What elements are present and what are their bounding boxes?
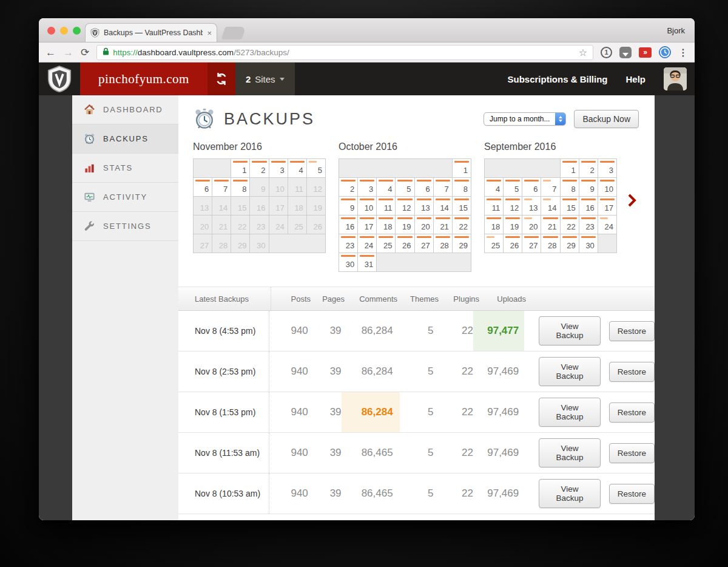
calendar-day-cell[interactable]: 26: [396, 234, 414, 253]
bookmark-star-icon[interactable]: ☆: [579, 47, 587, 58]
calendar-day-cell[interactable]: 24: [598, 216, 616, 234]
address-field[interactable]: https://dashboard.vaultpress.com/5273/ba…: [96, 45, 593, 60]
calendar-day-cell[interactable]: 8: [561, 178, 579, 196]
calendar-day-cell[interactable]: 2: [579, 159, 598, 177]
zoom-window-button[interactable]: [73, 27, 81, 35]
calendar-day-cell[interactable]: 31: [358, 253, 376, 271]
calendar-day-cell[interactable]: 8: [453, 178, 471, 196]
calendar-day-cell[interactable]: 6: [522, 178, 541, 196]
calendar-day-cell[interactable]: 29: [453, 234, 471, 253]
sidebar-item-dashboard[interactable]: DASHBOARD: [72, 95, 178, 124]
calendar-day-cell[interactable]: 17: [358, 216, 376, 234]
calendar-day-cell[interactable]: 5: [307, 159, 325, 177]
calendar-day-cell[interactable]: 19: [504, 216, 522, 234]
sidebar-item-backups[interactable]: BACKUPS: [72, 124, 178, 154]
calendar-day-cell[interactable]: 13: [522, 197, 541, 215]
calendar-day-cell[interactable]: 25: [485, 234, 503, 253]
calendar-day-cell[interactable]: 11: [485, 197, 503, 215]
calendar-day-cell[interactable]: 7: [541, 178, 559, 196]
browser-tab[interactable]: Backups — VaultPress Dashbo ×: [85, 23, 217, 42]
calendar-day-cell[interactable]: 1: [561, 159, 579, 177]
calendar-day-cell[interactable]: 1: [231, 159, 249, 177]
new-tab-button[interactable]: [221, 27, 246, 39]
calendar-day-cell[interactable]: 25: [377, 234, 395, 253]
minimize-window-button[interactable]: [60, 27, 68, 35]
extension-1password-icon[interactable]: 1: [601, 47, 612, 58]
calendar-day-cell[interactable]: 24: [358, 234, 376, 253]
backup-now-button[interactable]: Backup Now: [574, 110, 639, 128]
close-window-button[interactable]: [47, 27, 55, 35]
calendar-day-cell[interactable]: 5: [396, 178, 414, 196]
calendar-day-cell[interactable]: 28: [434, 234, 452, 253]
restore-button[interactable]: Restore: [609, 362, 655, 382]
calendar-day-cell[interactable]: 21: [434, 216, 452, 234]
vaultpress-logo-icon[interactable]: [39, 63, 80, 95]
calendar-day-cell[interactable]: 18: [377, 216, 395, 234]
calendar-day-cell[interactable]: 15: [453, 197, 471, 215]
view-backup-button[interactable]: View Backup: [539, 438, 601, 467]
calendar-day-cell[interactable]: 12: [396, 197, 414, 215]
calendar-day-cell[interactable]: 16: [339, 216, 357, 234]
restore-button[interactable]: Restore: [609, 402, 655, 423]
back-icon[interactable]: ←: [46, 47, 56, 58]
calendar-day-cell[interactable]: 10: [598, 178, 616, 196]
sidebar-item-stats[interactable]: STATS: [72, 154, 178, 183]
calendar-day-cell[interactable]: 20: [522, 216, 541, 234]
calendar-day-cell[interactable]: 3: [358, 178, 376, 196]
calendar-day-cell[interactable]: 28: [541, 234, 559, 253]
calendar-day-cell[interactable]: 6: [194, 178, 212, 196]
calendar-day-cell[interactable]: 2: [339, 178, 357, 196]
calendar-day-cell[interactable]: 16: [579, 197, 598, 215]
calendar-day-cell[interactable]: 22: [453, 216, 471, 234]
calendar-day-cell[interactable]: 15: [561, 197, 579, 215]
tab-close-icon[interactable]: ×: [207, 29, 212, 38]
calendar-day-cell[interactable]: 3: [269, 159, 288, 177]
calendar-day-cell[interactable]: 23: [579, 216, 598, 234]
refresh-site-icon[interactable]: [207, 63, 235, 95]
calendar-day-cell[interactable]: 18: [485, 216, 503, 234]
calendar-day-cell[interactable]: 27: [415, 234, 433, 253]
calendar-day-cell[interactable]: 20: [415, 216, 433, 234]
calendar-day-cell[interactable]: 17: [598, 197, 616, 215]
calendar-day-cell[interactable]: 7: [434, 178, 452, 196]
extension-fastforward-icon[interactable]: »: [639, 47, 652, 58]
calendar-day-cell[interactable]: 1: [453, 159, 471, 177]
calendar-day-cell[interactable]: 10: [358, 197, 376, 215]
view-backup-button[interactable]: View Backup: [539, 479, 601, 508]
sidebar-item-settings[interactable]: SETTINGS: [72, 212, 178, 241]
calendar-day-cell[interactable]: 12: [504, 197, 522, 215]
calendar-day-cell[interactable]: 26: [504, 234, 522, 253]
view-backup-button[interactable]: View Backup: [539, 398, 601, 427]
calendar-day-cell[interactable]: 4: [377, 178, 395, 196]
calendar-day-cell[interactable]: 13: [415, 197, 433, 215]
next-months-arrow-icon[interactable]: [627, 194, 636, 209]
extension-pocket-icon[interactable]: [619, 47, 632, 58]
jump-to-month-select[interactable]: Jump to a month...: [484, 112, 566, 126]
calendar-day-cell[interactable]: 6: [415, 178, 433, 196]
browser-profile-name[interactable]: Bjork: [667, 26, 685, 35]
sites-dropdown[interactable]: 2 Sites: [235, 63, 295, 95]
calendar-day-cell[interactable]: 9: [339, 197, 357, 215]
sidebar-item-activity[interactable]: ACTIVITY: [72, 183, 178, 212]
calendar-day-cell[interactable]: 14: [434, 197, 452, 215]
calendar-day-cell[interactable]: 9: [579, 178, 598, 196]
calendar-day-cell[interactable]: 14: [541, 197, 559, 215]
calendar-day-cell[interactable]: 27: [522, 234, 541, 253]
browser-menu-icon[interactable]: ⋮: [678, 47, 688, 58]
calendar-day-cell[interactable]: 4: [288, 159, 306, 177]
calendar-day-cell[interactable]: 30: [579, 234, 598, 253]
calendar-day-cell[interactable]: 8: [231, 178, 249, 196]
calendar-day-cell[interactable]: 2: [250, 159, 268, 177]
calendar-day-cell[interactable]: 21: [541, 216, 559, 234]
restore-button[interactable]: Restore: [609, 443, 655, 463]
restore-button[interactable]: Restore: [609, 321, 655, 341]
calendar-day-cell[interactable]: 22: [561, 216, 579, 234]
subscriptions-billing-link[interactable]: Subscriptions & Billing: [507, 74, 607, 84]
calendar-day-cell[interactable]: 23: [339, 234, 357, 253]
calendar-day-cell[interactable]: 30: [339, 253, 357, 271]
restore-button[interactable]: Restore: [609, 484, 655, 504]
calendar-day-cell[interactable]: 4: [485, 178, 503, 196]
current-site-button[interactable]: pinchofyum.com: [80, 63, 207, 95]
view-backup-button[interactable]: View Backup: [539, 357, 601, 386]
calendar-day-cell[interactable]: 5: [504, 178, 522, 196]
